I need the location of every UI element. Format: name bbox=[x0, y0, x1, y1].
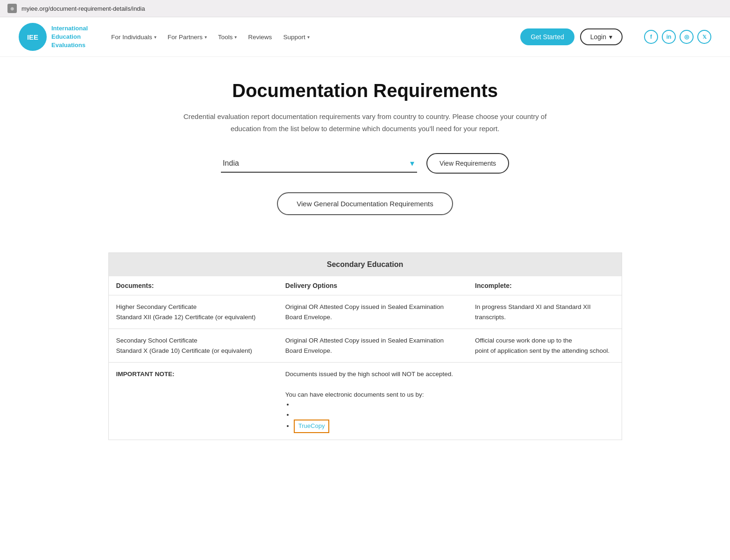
row1-delivery: Original OR Attested Copy issued in Seal… bbox=[278, 295, 468, 329]
logo[interactable]: IEE International Education Evaluations bbox=[19, 23, 88, 51]
country-select-wrap: India China United States ▾ bbox=[221, 154, 417, 173]
truecopy-link[interactable]: TrueCopy bbox=[294, 420, 330, 433]
chevron-down-icon: ▾ bbox=[609, 33, 612, 41]
page-title: Documentation Requirements bbox=[164, 80, 566, 101]
view-general-docs-button[interactable]: View General Documentation Requirements bbox=[277, 192, 453, 215]
row1-incomplete: In progress Standard XI and Standard XII… bbox=[468, 295, 621, 329]
chevron-down-icon: ▾ bbox=[205, 35, 207, 40]
selector-row: India China United States ▾ View Require… bbox=[164, 153, 566, 174]
view-requirements-button[interactable]: View Requirements bbox=[426, 153, 509, 174]
logo-text: International Education Evaluations bbox=[51, 24, 88, 50]
social-icons: f in ◎ 𝕏 bbox=[644, 30, 711, 44]
nav-actions: Get Started Login ▾ bbox=[520, 28, 623, 45]
country-select[interactable]: India China United States bbox=[221, 154, 417, 173]
twitter-icon[interactable]: 𝕏 bbox=[697, 30, 711, 44]
row3-documents: IMPORTANT NOTE: bbox=[109, 363, 278, 440]
chevron-down-icon: ▾ bbox=[234, 35, 237, 40]
logo-circle: IEE bbox=[19, 23, 47, 51]
linkedin-icon[interactable]: in bbox=[662, 30, 676, 44]
nav-support[interactable]: Support ▾ bbox=[283, 34, 309, 41]
table-row: Secondary School Certificate Standard X … bbox=[109, 329, 622, 363]
nav: For Individuals ▾ For Partners ▾ Tools ▾… bbox=[111, 34, 506, 41]
row2-delivery: Original OR Attested Copy issued in Seal… bbox=[278, 329, 468, 363]
section-header: Secondary Education bbox=[109, 253, 622, 276]
requirements-table: Documents: Delivery Options Incomplete: … bbox=[109, 276, 622, 440]
col-header-incomplete: Incomplete: bbox=[468, 276, 621, 295]
nav-tools[interactable]: Tools ▾ bbox=[218, 34, 237, 41]
chevron-down-icon: ▾ bbox=[307, 35, 310, 40]
row1-documents: Higher Secondary Certificate Standard XI… bbox=[109, 295, 278, 329]
nav-for-partners[interactable]: For Partners ▾ bbox=[168, 34, 207, 41]
browser-icon: ⊕ bbox=[7, 4, 17, 13]
secondary-education-section: Secondary Education Documents: Delivery … bbox=[108, 252, 622, 440]
main-content: Documentation Requirements Credential ev… bbox=[155, 57, 575, 252]
row2-documents: Secondary School Certificate Standard X … bbox=[109, 329, 278, 363]
table-row: IMPORTANT NOTE: Documents issued by the … bbox=[109, 363, 622, 440]
url-text: myiee.org/document-requirement-details/i… bbox=[21, 5, 145, 12]
row3-delivery: Documents issued by the high school will… bbox=[278, 363, 468, 440]
address-bar: ⊕ myiee.org/document-requirement-details… bbox=[0, 0, 730, 17]
table-row: Higher Secondary Certificate Standard XI… bbox=[109, 295, 622, 329]
nav-reviews[interactable]: Reviews bbox=[248, 34, 272, 41]
header: IEE International Education Evaluations … bbox=[0, 17, 730, 57]
row3-incomplete bbox=[468, 363, 621, 440]
page-subtitle: Credential evaluation report documentati… bbox=[164, 111, 566, 134]
instagram-icon[interactable]: ◎ bbox=[680, 30, 694, 44]
chevron-down-icon: ▾ bbox=[154, 35, 156, 40]
login-button[interactable]: Login ▾ bbox=[580, 28, 623, 45]
nav-for-individuals[interactable]: For Individuals ▾ bbox=[111, 34, 156, 41]
col-header-delivery: Delivery Options bbox=[278, 276, 468, 295]
general-docs-row: View General Documentation Requirements bbox=[164, 192, 566, 215]
facebook-icon[interactable]: f bbox=[644, 30, 658, 44]
col-header-documents: Documents: bbox=[109, 276, 278, 295]
row2-incomplete: Official course work done up to the poin… bbox=[468, 329, 621, 363]
get-started-button[interactable]: Get Started bbox=[520, 28, 574, 45]
